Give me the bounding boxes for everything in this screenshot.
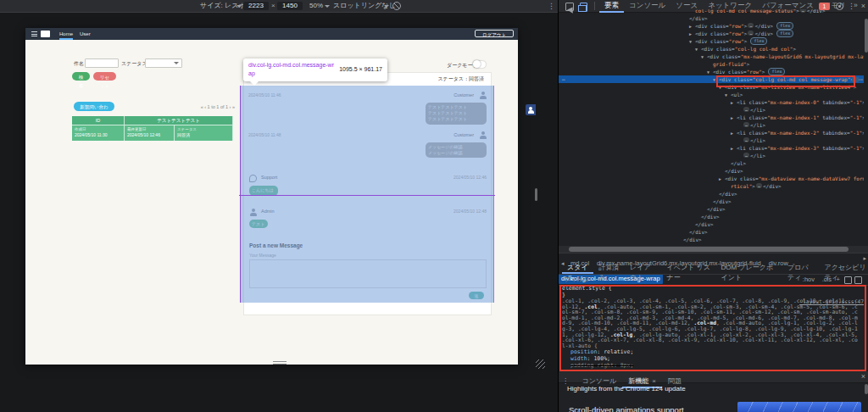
flex-badge[interactable]: flex bbox=[750, 37, 767, 45]
tree-line[interactable]: ▼<ul> bbox=[559, 91, 864, 98]
code-text: "-1" bbox=[850, 99, 862, 105]
pagination[interactable]: « ‹ 1 to 1 of 1 › » bbox=[153, 104, 235, 109]
sidebar-tab-アクセシビリティ[interactable]: アクセシビリティ bbox=[820, 263, 868, 274]
flex-badge[interactable]: flex bbox=[776, 22, 793, 30]
tree-line[interactable]: rtical">…</div> bbox=[559, 182, 864, 190]
tree-line[interactable]: ▶<div class="mx-dataview mx-name-dataVie… bbox=[559, 175, 864, 182]
code-text: </div> bbox=[683, 237, 702, 242]
code-text: </div> bbox=[689, 229, 708, 235]
tree-line[interactable]: </div> bbox=[559, 220, 864, 228]
sidebar-tab-スタイル[interactable]: スタイル bbox=[562, 263, 593, 274]
sidebar-tab-イベント リスナー[interactable]: イベント リスナー bbox=[662, 263, 716, 274]
flex-badge[interactable]: flex bbox=[768, 68, 785, 75]
code-text: "-1" bbox=[850, 130, 862, 136]
tree-line[interactable]: </div> bbox=[559, 236, 864, 243]
tree-line[interactable]: </div> bbox=[559, 14, 864, 22]
tree-line[interactable]: ▼<div class="row">flex bbox=[559, 68, 864, 75]
tree-line[interactable]: …</li> bbox=[559, 121, 864, 129]
tree-line[interactable]: </div> bbox=[559, 198, 864, 205]
styles-pane: element.style { } _layout-grid.scss:47 .… bbox=[559, 285, 868, 370]
scrollbar-thumb[interactable] bbox=[569, 247, 849, 252]
tree-line[interactable]: ▼<div class="col-lg col-md col"> bbox=[559, 45, 864, 53]
status-select[interactable] bbox=[145, 58, 182, 68]
panel-layout-icon[interactable] bbox=[854, 276, 862, 284]
horizontal-scrollbar[interactable] bbox=[559, 246, 868, 253]
computed-grid-icon[interactable] bbox=[844, 276, 852, 284]
logout-button[interactable]: ログアウト bbox=[475, 30, 514, 37]
property-colon: : bbox=[614, 362, 620, 369]
search-button[interactable]: 検索 bbox=[72, 72, 90, 81]
drawer-close-icon[interactable]: × bbox=[861, 371, 865, 381]
tree-line[interactable]: </div> bbox=[559, 167, 864, 175]
toggle-class-button[interactable]: .cls bbox=[822, 276, 832, 283]
css-declaration[interactable]: position: relative; bbox=[562, 348, 859, 355]
ellipsis-pill: … bbox=[748, 31, 754, 36]
tree-line[interactable]: …</li> bbox=[559, 106, 864, 114]
toggle-hover-button[interactable]: :hov bbox=[803, 276, 815, 283]
device-toolbar-more-icon[interactable]: ⋮ bbox=[548, 1, 555, 11]
tree-line[interactable]: ▶<div class="row">…</div>flex bbox=[559, 22, 864, 30]
table-row[interactable]: 作成日2024/05/10 11:30最終更新日2024/05/10 12:46… bbox=[72, 125, 233, 141]
css-rule-selectors[interactable]: .col-1, .col-2, .col-3, .col-4, .col-5, … bbox=[562, 298, 860, 348]
nav-item-home[interactable]: Home bbox=[59, 28, 73, 40]
code-text: > bbox=[862, 99, 864, 105]
tree-line[interactable]: grid-fluid"> bbox=[559, 60, 864, 68]
zoom-select[interactable]: 50% bbox=[309, 0, 323, 12]
drawer-scrollbar[interactable] bbox=[865, 384, 868, 394]
scroll-badge-icon bbox=[852, 77, 859, 82]
viewport-resize-handle-corner[interactable] bbox=[536, 359, 545, 369]
tree-line[interactable]: ▶<li class="mx-name-index-2" tabindex="-… bbox=[559, 129, 864, 136]
code-text: "mx-name-index-2" bbox=[767, 130, 819, 136]
tree-line[interactable]: ▶<li class="mx-name-index-0" tabindex="-… bbox=[559, 98, 864, 106]
sidebar-tab-プロパティ[interactable]: プロパティ bbox=[782, 263, 820, 274]
elements-scrollbar[interactable] bbox=[865, 19, 868, 53]
tree-line[interactable]: ▼<div class="mx-name-layoutGrid6 mx-layo… bbox=[559, 53, 864, 60]
viewport-resize-handle-right[interactable] bbox=[535, 188, 537, 201]
whatsnew-item-title[interactable]: Scroll-driven animations support bbox=[569, 405, 684, 412]
message-textarea[interactable] bbox=[249, 259, 487, 288]
tree-line[interactable]: ▼<div class="row">flex bbox=[559, 37, 864, 45]
tree-line[interactable]: </div> bbox=[559, 228, 864, 236]
reset-button[interactable]: リセット bbox=[93, 72, 116, 81]
subject-input[interactable] bbox=[85, 58, 119, 68]
code-text: grid-fluid" bbox=[713, 61, 747, 67]
element-style-open[interactable]: element.style { bbox=[559, 286, 868, 292]
viewport-width-input[interactable] bbox=[243, 2, 269, 10]
hamburger-icon[interactable] bbox=[31, 31, 37, 36]
css-declaration[interactable]: width: 100%; bbox=[562, 355, 859, 362]
viewport-height-input[interactable] bbox=[277, 2, 303, 10]
sidebar-tab-計算済み[interactable]: 計算済み bbox=[593, 263, 625, 274]
message-author: Support bbox=[261, 175, 277, 180]
sidebar-tab-DOM ブレークポイント[interactable]: DOM ブレークポイント bbox=[716, 263, 782, 274]
darkmode-toggle[interactable] bbox=[473, 61, 486, 68]
status-label: ステータス bbox=[121, 60, 147, 68]
tree-line[interactable]: </ul> bbox=[559, 159, 864, 167]
flex-badge[interactable]: flex bbox=[776, 30, 793, 37]
send-button[interactable]: 送信 bbox=[469, 292, 484, 299]
tree-line[interactable]: </div> bbox=[559, 213, 864, 220]
tree-line[interactable]: ▶<li class="mx-name-index-1" tabindex="-… bbox=[559, 114, 864, 121]
tree-line[interactable]: ▼<div class="mx-listview mx-name-listVie… bbox=[559, 83, 864, 91]
whatsnew-thumbnail[interactable] bbox=[737, 402, 861, 412]
tab-close-icon[interactable]: × bbox=[652, 377, 656, 385]
table-cell: 作成日2024/05/10 11:30 bbox=[72, 125, 125, 141]
new-inquiry-button[interactable]: 新規問い合わせ bbox=[74, 102, 114, 111]
nav-item-user[interactable]: User bbox=[80, 28, 91, 38]
inspect-tooltip: div.col-lg.col-md.col.message-wrap 1095.… bbox=[243, 58, 387, 81]
new-rule-button[interactable]: + bbox=[837, 276, 840, 283]
rotate-viewport-icon[interactable] bbox=[392, 2, 401, 10]
viewport-resize-handle-bottom[interactable] bbox=[273, 361, 287, 365]
tree-line[interactable]: …</li> bbox=[559, 152, 864, 159]
filter-input[interactable]: フィルタ bbox=[564, 276, 590, 284]
tooltip-size: 1095.5 × 961.17 bbox=[339, 66, 382, 72]
tree-line[interactable]: </div> bbox=[559, 205, 864, 213]
person-fab-icon[interactable] bbox=[526, 104, 536, 115]
tree-line[interactable]: …</li> bbox=[559, 136, 864, 144]
tree-line[interactable]: ▶<li class="mx-name-index-3" tabindex="-… bbox=[559, 144, 864, 152]
tree-line[interactable]: ▶<div class="row">…</div>flex bbox=[559, 30, 864, 37]
css-declaration[interactable]: padding-right: 8px; bbox=[562, 362, 859, 369]
chevron-down-icon bbox=[325, 5, 330, 8]
sidebar-tab-レイアウト[interactable]: レイアウト bbox=[625, 263, 662, 274]
tree-line[interactable]: </div> bbox=[559, 190, 864, 198]
tree-line[interactable]: ⋯▼<div class="col-lg col-md col message-… bbox=[559, 75, 864, 83]
